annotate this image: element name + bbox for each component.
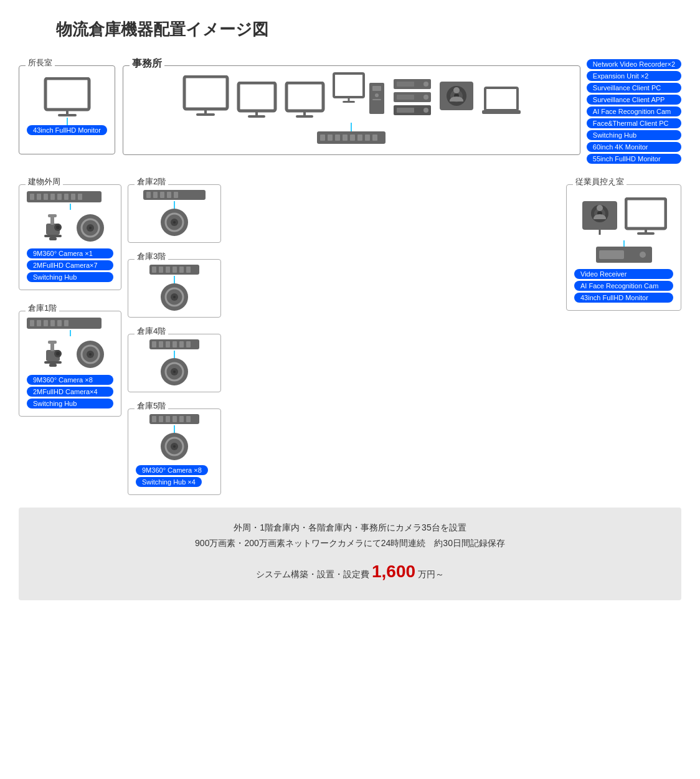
svg-rect-66 xyxy=(37,320,41,326)
svg-rect-76 xyxy=(44,361,62,364)
legend-item-4: AI Face Recognition Cam xyxy=(587,106,681,116)
svg-rect-56 xyxy=(50,216,54,225)
footer-price-label: システム構築・設置・設定費 xyxy=(256,569,369,579)
svg-point-21 xyxy=(423,82,428,87)
soko1f-badge-1: 2MFullHD Camera×4 xyxy=(27,387,113,397)
dome-cam-tatemono xyxy=(77,214,104,242)
svg-rect-33 xyxy=(485,88,518,110)
svg-rect-118 xyxy=(173,416,177,422)
svg-point-63 xyxy=(89,227,92,229)
svg-rect-87 xyxy=(174,192,178,198)
svg-rect-52 xyxy=(78,194,82,200)
ptz-cam-tatemono xyxy=(37,212,69,243)
svg-rect-50 xyxy=(64,194,69,200)
svg-rect-84 xyxy=(153,192,158,198)
svg-point-113 xyxy=(173,371,176,373)
svg-rect-43 xyxy=(372,135,377,141)
svg-rect-36 xyxy=(320,135,325,141)
svg-rect-96 xyxy=(173,267,177,273)
svg-point-136 xyxy=(640,252,646,258)
soko5f-badge-1: Switching Hub ×4 xyxy=(136,477,202,487)
svg-rect-34 xyxy=(482,110,521,114)
svg-rect-20 xyxy=(397,82,414,87)
nvr-server-stack xyxy=(394,79,431,116)
video-receiver-device xyxy=(596,247,652,264)
jugyoin-badge-2: 43inch FullHD Monitor xyxy=(574,293,673,303)
monitor-icon-medium-2 xyxy=(237,82,277,119)
legend-item-2: Surveillance Client PC xyxy=(587,83,681,93)
svg-rect-131 xyxy=(626,199,666,229)
tatemono-badge-2: Switching Hub xyxy=(27,272,113,282)
tatemono-hub xyxy=(27,191,102,204)
soko2f-label: 倉庫2階 xyxy=(135,176,168,187)
svg-rect-48 xyxy=(50,194,55,200)
svg-rect-70 xyxy=(64,320,69,326)
monitor-jugyoin xyxy=(625,197,667,236)
svg-rect-59 xyxy=(49,237,57,240)
footer-price-value: 1,600 xyxy=(372,562,415,581)
footer-line1: 外周・1階倉庫内・各階倉庫内・事務所にカメラ35台を設置 xyxy=(37,520,663,536)
svg-rect-46 xyxy=(37,194,41,200)
tatemono-badge-0: 9M360° Camera ×1 xyxy=(27,248,113,258)
svg-rect-68 xyxy=(50,320,55,326)
soko1f-badge-2: Switching Hub xyxy=(27,399,113,408)
svg-rect-135 xyxy=(599,250,624,259)
svg-rect-75 xyxy=(48,341,57,344)
jugyoin-badge-0: Video Receiver xyxy=(574,269,673,279)
main-hub-icon xyxy=(317,131,385,145)
svg-rect-85 xyxy=(160,192,164,198)
jugyoin-badge-1: AI Face Recognition Cam xyxy=(574,281,673,291)
svg-point-17 xyxy=(375,93,379,97)
svg-rect-39 xyxy=(343,135,348,141)
svg-rect-74 xyxy=(50,342,54,351)
svg-rect-47 xyxy=(44,194,48,200)
soko4f-hub xyxy=(149,339,199,351)
svg-rect-40 xyxy=(350,135,355,141)
svg-rect-94 xyxy=(159,267,163,273)
svg-rect-5 xyxy=(196,113,215,116)
svg-rect-58 xyxy=(44,235,62,237)
legend-item-7: 60inch 4K Monitor xyxy=(587,142,681,152)
soko1f-label: 倉庫1階 xyxy=(26,303,59,314)
svg-rect-45 xyxy=(30,194,34,200)
svg-point-32 xyxy=(453,87,460,93)
svg-rect-6 xyxy=(239,83,275,111)
soko1f-hub xyxy=(27,318,102,330)
svg-rect-105 xyxy=(159,341,163,347)
svg-rect-65 xyxy=(30,320,34,326)
legend-item-0: Network Video Recorder×2 xyxy=(587,59,681,69)
soko2f-hub xyxy=(143,190,206,201)
monitor-with-tower xyxy=(333,72,365,119)
svg-rect-109 xyxy=(186,341,191,347)
svg-point-81 xyxy=(89,353,92,356)
svg-rect-49 xyxy=(57,194,62,200)
soko3f-hub xyxy=(149,265,199,276)
svg-point-24 xyxy=(423,95,428,100)
svg-point-55 xyxy=(56,225,60,229)
svg-rect-3 xyxy=(184,77,227,109)
svg-rect-11 xyxy=(296,115,313,118)
svg-rect-108 xyxy=(179,341,184,347)
jimusho-label: 事務所 xyxy=(130,57,164,70)
jugyoin-label: 従業員控え室 xyxy=(573,176,627,187)
svg-rect-83 xyxy=(146,192,151,198)
svg-point-124 xyxy=(173,445,176,448)
svg-rect-38 xyxy=(335,135,340,141)
dome-cam-soko4f xyxy=(161,358,188,385)
svg-rect-23 xyxy=(397,95,414,100)
svg-rect-41 xyxy=(357,135,362,141)
svg-rect-93 xyxy=(152,267,156,273)
svg-rect-26 xyxy=(397,108,414,113)
svg-rect-98 xyxy=(186,267,191,273)
svg-rect-107 xyxy=(173,341,177,347)
shocho-badge: 43inch FullHD Monitor xyxy=(27,125,107,135)
legend-item-3: Surveillance Client APP xyxy=(587,95,681,105)
footer-price-unit: 万円～ xyxy=(418,569,444,579)
svg-point-73 xyxy=(56,352,60,356)
svg-rect-115 xyxy=(152,416,156,422)
monitor-icon-medium-3 xyxy=(285,82,325,119)
ptz-cam-soko1f xyxy=(37,339,69,370)
tatemono-label: 建物外周 xyxy=(26,176,63,187)
shocho-label: 所長室 xyxy=(26,57,55,68)
svg-point-102 xyxy=(173,296,176,298)
